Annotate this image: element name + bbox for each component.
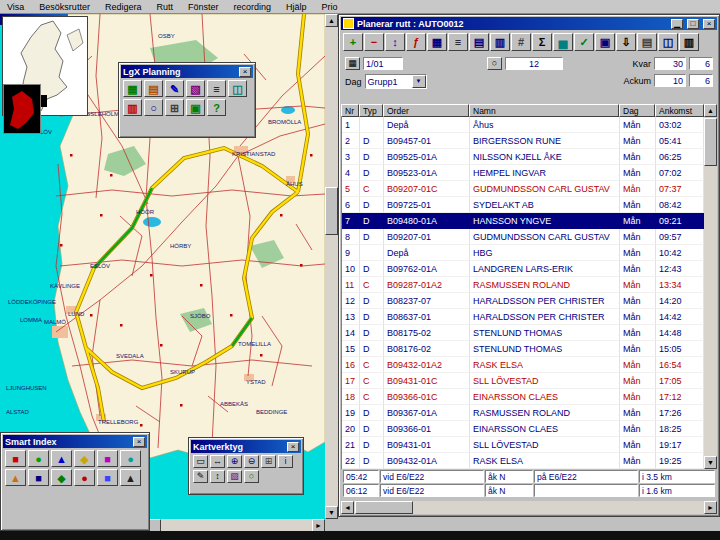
- dropdown-arrow-icon[interactable]: ▼: [412, 75, 426, 88]
- menu-item-f-nster[interactable]: Fönster: [188, 2, 219, 12]
- menu-item-bes-ksrutter[interactable]: Besöksrutter: [39, 2, 90, 12]
- table-row[interactable]: 10DB09762-01ALANDGREN LARS-ERIKMån12:43: [342, 261, 704, 277]
- date-input[interactable]: [363, 57, 403, 70]
- map-vscrollbar[interactable]: ▲ ▼: [325, 14, 338, 519]
- ackum-input[interactable]: [654, 74, 686, 87]
- table-row[interactable]: 8DB09207-01GUDMUNDSSON CARL GUSTAVMån09:…: [342, 229, 704, 245]
- calc-button[interactable]: #: [511, 33, 531, 51]
- table-row[interactable]: 9DepåHBGMån10:42: [342, 245, 704, 261]
- table-row[interactable]: 21DB09431-01SLL LÖVESTADMån19:17: [342, 437, 704, 453]
- group-select[interactable]: Grupp1 ▼: [365, 74, 427, 89]
- print-button[interactable]: ▥: [679, 33, 699, 51]
- table-row[interactable]: 12DB08237-07HARALDSSON PER CHRISTERMån14…: [342, 293, 704, 309]
- column-header-ankomst[interactable]: Ankomst: [655, 104, 704, 117]
- column-header-nr[interactable]: Nr: [341, 104, 359, 117]
- columns-button[interactable]: ▥: [490, 33, 510, 51]
- close-icon[interactable]: ×: [703, 19, 715, 29]
- navy-square-icon[interactable]: ■: [28, 469, 49, 486]
- route-window-titlebar[interactable]: Planerar rutt : AUTO0012 ▁ □ ×: [341, 17, 717, 30]
- green-diamond-icon[interactable]: ◆: [51, 469, 72, 486]
- info-icon[interactable]: i: [278, 455, 293, 468]
- red-circle-icon[interactable]: ●: [74, 469, 95, 486]
- column-header-dag[interactable]: Dag: [619, 104, 655, 117]
- green-circle-icon[interactable]: ●: [28, 450, 49, 467]
- clock-icon[interactable]: ○: [487, 57, 502, 70]
- route-icon[interactable]: ▥: [123, 99, 142, 116]
- table-scroll-up-icon[interactable]: ▲: [704, 104, 717, 117]
- menu-item-recording[interactable]: recording: [233, 2, 271, 12]
- table-row[interactable]: 18CB09366-01CEINARSSON CLAESMån17:12: [342, 389, 704, 405]
- chart-button[interactable]: ▅: [553, 33, 573, 51]
- minimize-icon[interactable]: ▁: [671, 19, 683, 29]
- move-stop-button[interactable]: ↕: [385, 33, 405, 51]
- magenta-square-icon[interactable]: ■: [97, 450, 118, 467]
- table-row[interactable]: 16CB09432-01A2RASK ELSAMån16:54: [342, 357, 704, 373]
- blue-triangle-icon[interactable]: ▲: [51, 450, 72, 467]
- table-row[interactable]: 11CB09287-01A2RASMUSSEN ROLANDMån13:34: [342, 277, 704, 293]
- check-button[interactable]: ✓: [574, 33, 594, 51]
- grid-icon[interactable]: ⊞: [165, 99, 184, 116]
- help-icon[interactable]: ?: [207, 99, 226, 116]
- save-button[interactable]: ▣: [595, 33, 615, 51]
- menu-item-visa[interactable]: Visa: [7, 2, 24, 12]
- map-icon[interactable]: ▦: [123, 80, 142, 97]
- stats-icon[interactable]: ▣: [186, 99, 205, 116]
- zoom-in-icon[interactable]: ⊕: [227, 455, 242, 468]
- ackum-extra-input[interactable]: [689, 74, 713, 87]
- list-button[interactable]: ≡: [448, 33, 468, 51]
- table-row[interactable]: 17CB09431-01CSLL LÖVESTADMån17:05: [342, 373, 704, 389]
- yellow-diamond-icon[interactable]: ◆: [74, 450, 95, 467]
- table-row[interactable]: 1DepåÅhusMån03:02: [342, 117, 704, 133]
- menu-item-redigera[interactable]: Redigera: [105, 2, 142, 12]
- list-icon[interactable]: ≡: [207, 80, 226, 97]
- column-header-typ[interactable]: Typ: [359, 104, 383, 117]
- map-button[interactable]: ▦: [427, 33, 447, 51]
- extent-icon[interactable]: ⊞: [261, 455, 276, 468]
- black-triangle-icon[interactable]: ▲: [120, 469, 141, 486]
- calendar-icon[interactable]: ▦: [345, 57, 360, 70]
- table-vscroll-thumb[interactable]: [704, 118, 717, 166]
- blue-square-icon[interactable]: ■: [97, 469, 118, 486]
- lgx-close-icon[interactable]: ×: [239, 67, 251, 77]
- select-icon[interactable]: ▭: [193, 455, 208, 468]
- kvar-input[interactable]: [654, 57, 686, 70]
- remove-stop-button[interactable]: −: [364, 33, 384, 51]
- table-icon[interactable]: ◫: [228, 80, 247, 97]
- print-icon[interactable]: ▤: [144, 80, 163, 97]
- table-row[interactable]: 19DB09367-01ARASMUSSEN ROLANDMån17:26: [342, 405, 704, 421]
- kvar-extra-input[interactable]: [689, 57, 713, 70]
- detail-button[interactable]: ▤: [469, 33, 489, 51]
- add-stop-button[interactable]: +: [343, 33, 363, 51]
- zoom-icon[interactable]: ○: [144, 99, 163, 116]
- draw-icon[interactable]: ✎: [193, 470, 208, 483]
- measure-icon[interactable]: ↕: [210, 470, 225, 483]
- table-row[interactable]: 4DB09523-01AHEMPEL INGVARMån07:02: [342, 165, 704, 181]
- scroll-up-icon[interactable]: ▲: [325, 14, 338, 27]
- route-scroll-left-icon[interactable]: ◄: [341, 501, 354, 514]
- cyan-circle-icon[interactable]: ●: [120, 450, 141, 467]
- map-vscroll-thumb[interactable]: [325, 187, 338, 235]
- sum-button[interactable]: Σ: [532, 33, 552, 51]
- window-button[interactable]: ◫: [658, 33, 678, 51]
- table-row[interactable]: 2DB09457-01BIRGERSSON RUNEMån05:41: [342, 133, 704, 149]
- table-row[interactable]: 20DB09366-01EINARSSON CLAESMån18:25: [342, 421, 704, 437]
- menu-item-rutt[interactable]: Rutt: [156, 2, 173, 12]
- kartverktyg-close-icon[interactable]: ×: [287, 442, 299, 452]
- maximize-icon[interactable]: □: [687, 19, 699, 29]
- table-row[interactable]: 22DB09432-01ARASK ELSAMån19:25: [342, 453, 704, 469]
- table-vscrollbar[interactable]: ▲ ▼: [704, 104, 717, 469]
- smart-index-titlebar[interactable]: Smart Index ×: [3, 435, 147, 448]
- route-hscroll-thumb[interactable]: [355, 501, 413, 514]
- table-row[interactable]: 13DB08637-01HARALDSSON PER CHRISTERMån14…: [342, 309, 704, 325]
- table-row[interactable]: 6DB09725-01SYDELAKT ABMån08:42: [342, 197, 704, 213]
- refresh-icon[interactable]: ○: [244, 470, 259, 483]
- route-scroll-right-icon[interactable]: ►: [704, 501, 717, 514]
- lgx-titlebar[interactable]: LgX Planning ×: [121, 65, 253, 78]
- red-square-icon[interactable]: ■: [5, 450, 26, 467]
- scroll-down-icon[interactable]: ▼: [325, 506, 338, 519]
- table-row[interactable]: 5CB09207-01CGUDMUNDSSON CARL GUSTAVMån07…: [342, 181, 704, 197]
- layers-icon[interactable]: ▧: [186, 80, 205, 97]
- menu-item-hj-lp[interactable]: Hjälp: [286, 2, 307, 12]
- zoom-out-icon[interactable]: ⊖: [244, 455, 259, 468]
- route-hscrollbar[interactable]: ◄ ►: [341, 501, 717, 514]
